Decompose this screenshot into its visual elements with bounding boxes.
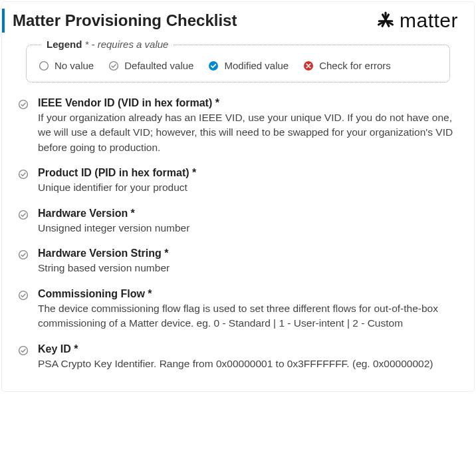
item-desc: PSA Crypto Key Identifier. Range from 0x… <box>38 357 458 371</box>
matter-icon <box>376 11 396 31</box>
status-defaulted-icon <box>18 290 29 301</box>
legend-text: Check for errors <box>319 60 391 71</box>
item-desc: String based version number <box>38 261 458 275</box>
checklist-item[interactable]: Hardware Version String * String based v… <box>18 247 458 275</box>
checklist-card: Matter Provisioning Checklist matter Leg… <box>1 1 475 392</box>
legend-text: Modified value <box>224 60 289 71</box>
checklist-item[interactable]: Commissioning Flow * The device commissi… <box>18 288 458 331</box>
checklist-item[interactable]: Key ID * PSA Crypto Key Identifier. Rang… <box>18 343 458 371</box>
item-desc: Unsigned integer version number <box>38 221 458 235</box>
legend-item-defaulted: Defaulted value <box>108 60 193 71</box>
item-title: IEEE Vendor ID (VID in hex format) * <box>38 97 458 109</box>
legend-text: No value <box>55 60 94 71</box>
status-defaulted-icon <box>18 99 29 110</box>
page-header: Matter Provisioning Checklist matter <box>2 9 458 33</box>
circle-x-red-icon <box>303 61 314 71</box>
item-title: Hardware Version String * <box>38 247 458 259</box>
item-title: Key ID * <box>38 343 458 355</box>
checklist-item[interactable]: IEEE Vendor ID (VID in hex format) * If … <box>18 97 458 155</box>
checklist-item[interactable]: Product ID (PID in hex format) * Unique … <box>18 167 458 195</box>
status-defaulted-icon <box>18 210 29 220</box>
legend-text: Defaulted value <box>124 60 193 71</box>
legend-item-no-value: No value <box>39 60 94 71</box>
item-desc: The device commissioning flow flag is us… <box>38 301 458 331</box>
legend-row: No value Defaulted value Modified value … <box>39 57 437 71</box>
status-defaulted-icon <box>18 169 29 180</box>
circle-check-blue-icon <box>208 61 219 71</box>
item-title: Commissioning Flow * <box>38 288 458 300</box>
brand-word: matter <box>400 9 458 32</box>
item-title: Hardware Version * <box>38 208 458 220</box>
status-defaulted-icon <box>18 345 29 356</box>
item-desc: Unique identifier for your product <box>38 180 458 195</box>
page-title: Matter Provisioning Checklist <box>13 11 237 30</box>
brand-logo: matter <box>376 9 458 32</box>
legend-box: Legend * - requires a value No value Def… <box>26 45 450 82</box>
legend-title: Legend * - requires a value <box>41 39 174 50</box>
legend-item-error: Check for errors <box>303 60 391 71</box>
item-title: Product ID (PID in hex format) * <box>38 167 458 179</box>
item-desc: If your organization already has an IEEE… <box>38 110 458 155</box>
circle-empty-icon <box>39 61 49 71</box>
checklist: IEEE Vendor ID (VID in hex format) * If … <box>18 97 458 371</box>
status-defaulted-icon <box>18 249 29 260</box>
legend-item-modified: Modified value <box>208 60 289 71</box>
circle-check-grey-icon <box>108 61 119 71</box>
checklist-item[interactable]: Hardware Version * Unsigned integer vers… <box>18 208 458 235</box>
